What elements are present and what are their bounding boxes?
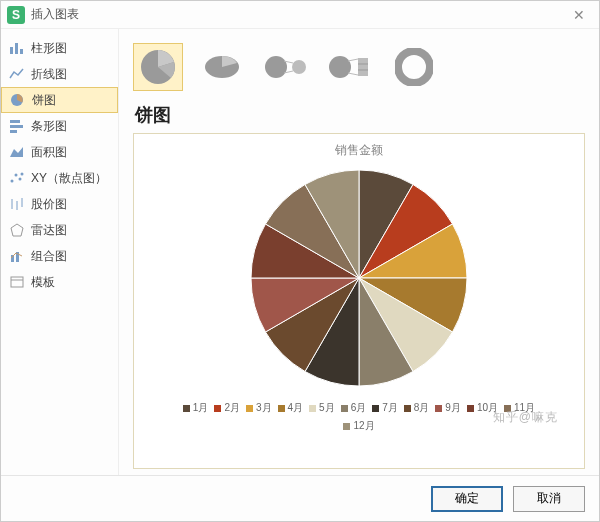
svg-rect-4 — [10, 120, 20, 123]
sidebar-item-label: 饼图 — [32, 92, 56, 109]
legend-item: 8月 — [404, 401, 430, 415]
legend-item: 6月 — [341, 401, 367, 415]
legend-item: 2月 — [214, 401, 240, 415]
subtype-3d-pie[interactable] — [197, 43, 247, 91]
combo-chart-icon — [9, 249, 25, 263]
insert-chart-dialog: S 插入图表 ✕ 柱形图 折线图 饼图 — [0, 0, 600, 522]
sidebar-item-column[interactable]: 柱形图 — [1, 35, 118, 61]
sidebar-item-pie[interactable]: 饼图 — [1, 87, 118, 113]
chart-title: 销售金额 — [335, 142, 383, 159]
close-icon[interactable]: ✕ — [565, 7, 593, 23]
pie-chart-icon — [10, 93, 26, 107]
legend-label: 2月 — [224, 401, 240, 415]
pie-chart — [244, 163, 474, 393]
subtype-heading: 饼图 — [135, 103, 585, 127]
stock-chart-icon — [9, 197, 25, 211]
svg-rect-1 — [15, 43, 18, 54]
legend-swatch — [404, 405, 411, 412]
svg-point-22 — [265, 56, 287, 78]
legend-item: 10月 — [467, 401, 498, 415]
sidebar-item-label: 雷达图 — [31, 222, 67, 239]
svg-marker-15 — [11, 224, 23, 236]
legend-item: 9月 — [435, 401, 461, 415]
legend-label: 12月 — [353, 419, 374, 433]
legend-label: 9月 — [445, 401, 461, 415]
svg-line-30 — [348, 59, 358, 61]
legend-item: 5月 — [309, 401, 335, 415]
legend-item: 12月 — [343, 419, 374, 433]
legend-label: 3月 — [256, 401, 272, 415]
pie-subtype-row — [133, 39, 585, 95]
chart-preview[interactable]: 销售金额 1月2月3月4月5月6月7月8月9月10月11月12月 知乎@嘛克 — [133, 133, 585, 469]
legend-swatch — [343, 423, 350, 430]
scatter-chart-icon — [9, 171, 25, 185]
chart-type-sidebar: 柱形图 折线图 饼图 条形图 — [1, 29, 119, 475]
sidebar-item-label: XY（散点图） — [31, 170, 107, 187]
titlebar: S 插入图表 ✕ — [1, 1, 599, 29]
sidebar-item-label: 组合图 — [31, 248, 67, 265]
legend-label: 5月 — [319, 401, 335, 415]
legend-label: 8月 — [414, 401, 430, 415]
legend-label: 10月 — [477, 401, 498, 415]
cancel-button[interactable]: 取消 — [513, 486, 585, 512]
subtype-bar-of-pie[interactable] — [325, 43, 375, 91]
svg-point-32 — [398, 51, 430, 83]
sidebar-item-radar[interactable]: 雷达图 — [1, 217, 118, 243]
legend-swatch — [341, 405, 348, 412]
legend-label: 4月 — [288, 401, 304, 415]
legend-item: 4月 — [278, 401, 304, 415]
dialog-body: 柱形图 折线图 饼图 条形图 — [1, 29, 599, 475]
legend-swatch — [435, 405, 442, 412]
sidebar-item-combo[interactable]: 组合图 — [1, 243, 118, 269]
sidebar-item-label: 柱形图 — [31, 40, 67, 57]
svg-point-26 — [329, 56, 351, 78]
subtype-doughnut[interactable] — [389, 43, 439, 91]
sidebar-item-label: 面积图 — [31, 144, 67, 161]
svg-rect-6 — [10, 130, 17, 133]
legend-swatch — [504, 405, 511, 412]
sidebar-item-scatter[interactable]: XY（散点图） — [1, 165, 118, 191]
legend-label: 1月 — [193, 401, 209, 415]
dialog-footer: 确定 取消 — [1, 475, 599, 521]
svg-rect-0 — [10, 47, 13, 54]
template-icon — [9, 275, 25, 289]
legend-swatch — [183, 405, 190, 412]
area-chart-icon — [9, 145, 25, 159]
sidebar-item-label: 折线图 — [31, 66, 67, 83]
legend-swatch — [467, 405, 474, 412]
legend-label: 11月 — [514, 401, 535, 415]
sidebar-item-label: 模板 — [31, 274, 55, 291]
main-panel: 饼图 销售金额 1月2月3月4月5月6月7月8月9月10月11月12月 知乎@嘛… — [119, 29, 599, 475]
legend-item: 7月 — [372, 401, 398, 415]
svg-point-10 — [19, 178, 22, 181]
bar-chart-icon — [9, 119, 25, 133]
legend-label: 7月 — [382, 401, 398, 415]
ok-button[interactable]: 确定 — [431, 486, 503, 512]
legend-item: 1月 — [183, 401, 209, 415]
sidebar-item-area[interactable]: 面积图 — [1, 139, 118, 165]
legend-label: 6月 — [351, 401, 367, 415]
sidebar-item-label: 股价图 — [31, 196, 67, 213]
app-icon: S — [7, 6, 25, 24]
svg-rect-5 — [10, 125, 23, 128]
svg-line-31 — [348, 73, 358, 75]
svg-point-23 — [292, 60, 306, 74]
legend-item: 3月 — [246, 401, 272, 415]
subtype-pie[interactable] — [133, 43, 183, 91]
sidebar-item-template[interactable]: 模板 — [1, 269, 118, 295]
subtype-pie-of-pie[interactable] — [261, 43, 311, 91]
svg-rect-27 — [358, 58, 368, 76]
sidebar-item-line[interactable]: 折线图 — [1, 61, 118, 87]
column-chart-icon — [9, 41, 25, 55]
sidebar-item-stock[interactable]: 股价图 — [1, 191, 118, 217]
sidebar-item-bar[interactable]: 条形图 — [1, 113, 118, 139]
dialog-title: 插入图表 — [31, 6, 565, 23]
legend-swatch — [372, 405, 379, 412]
line-chart-icon — [9, 67, 25, 81]
legend-swatch — [246, 405, 253, 412]
legend-item: 11月 — [504, 401, 535, 415]
svg-point-11 — [21, 173, 24, 176]
chart-legend: 1月2月3月4月5月6月7月8月9月10月11月12月 — [169, 401, 549, 433]
radar-chart-icon — [9, 223, 25, 237]
svg-point-8 — [11, 180, 14, 183]
